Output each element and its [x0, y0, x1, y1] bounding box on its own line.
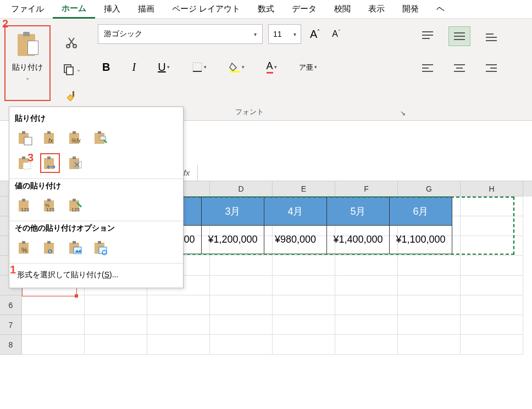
svg-text:123: 123	[71, 207, 80, 212]
font-name-select[interactable]: 游ゴシック ▾	[98, 24, 263, 44]
bold-button[interactable]: B	[98, 59, 114, 76]
paste-keep-source-fmt-option[interactable]	[91, 128, 110, 148]
tab-insert[interactable]: 挿入	[95, 1, 129, 18]
paste-formulas-option[interactable]: fx	[40, 128, 60, 148]
paste-formulas-numberfmt-option[interactable]: %fx	[65, 128, 85, 148]
borders-button[interactable]: ▾	[187, 59, 211, 75]
table-header-cell[interactable]: 6月	[390, 197, 452, 226]
svg-rect-44	[73, 156, 76, 159]
align-left-button[interactable]	[417, 58, 439, 78]
svg-rect-28	[24, 137, 32, 145]
increase-font-size-button[interactable]: A˄	[307, 28, 323, 41]
table-header-cell[interactable]: 3月	[202, 197, 264, 226]
svg-point-1	[73, 44, 76, 48]
font-color-button[interactable]: A ▾	[262, 58, 281, 76]
table-header-cell[interactable]: 5月	[327, 197, 390, 226]
table-cell[interactable]: ¥980,000	[264, 226, 327, 254]
svg-rect-36	[98, 131, 101, 134]
font-dialog-launcher[interactable]: ↘	[400, 109, 406, 117]
chevron-down-icon: ▾	[314, 64, 317, 70]
clipboard-paste-icon	[18, 32, 37, 56]
tab-developer[interactable]: 開発	[394, 1, 428, 18]
annotation-marker-3: 3	[27, 152, 34, 164]
font-size-select[interactable]: 11 ▾	[268, 24, 301, 44]
table-cell[interactable]: ¥1,100,000	[390, 226, 452, 254]
col-header[interactable]: F	[335, 181, 398, 197]
chevron-down-icon: ▾	[274, 64, 277, 70]
paste-link-option[interactable]	[40, 238, 60, 257]
paste-formatting-option[interactable]: %	[15, 238, 35, 257]
col-header[interactable]: E	[273, 181, 335, 197]
svg-text:123: 123	[21, 207, 29, 212]
paste-picture-option[interactable]	[65, 238, 85, 257]
col-header[interactable]: H	[461, 181, 523, 197]
align-top-button[interactable]	[417, 26, 439, 46]
svg-rect-47	[22, 199, 25, 201]
format-painter-button[interactable]	[62, 87, 81, 107]
svg-rect-33	[73, 131, 76, 134]
svg-rect-59	[44, 243, 54, 254]
annotation-marker-1: 1	[10, 264, 16, 276]
svg-rect-54	[73, 199, 76, 201]
svg-rect-30	[47, 131, 51, 134]
svg-rect-42	[47, 156, 51, 159]
italic-button[interactable]: I	[128, 59, 140, 76]
align-center-button[interactable]	[448, 58, 470, 78]
table-cell[interactable]: ¥1,200,000	[202, 226, 264, 254]
paste-keep-col-widths-option[interactable]	[40, 153, 60, 173]
col-header[interactable]: D	[210, 181, 273, 197]
svg-rect-57	[22, 241, 25, 244]
paste-label: 貼り付け	[12, 63, 43, 72]
ribbon-tabs: ファイル ホーム 挿入 描画 ページ レイアウト 数式 データ 校閲 表示 開発…	[0, 0, 532, 19]
svg-rect-39	[22, 156, 25, 159]
decrease-font-size-button[interactable]: A˅	[329, 29, 344, 39]
align-bottom-button[interactable]	[480, 26, 502, 46]
tab-draw[interactable]: 描画	[129, 1, 163, 18]
underline-button[interactable]: U▾	[153, 59, 174, 76]
chevron-down-icon: ▾	[204, 64, 207, 70]
alignment-group	[411, 19, 532, 120]
cut-button[interactable]	[62, 32, 81, 52]
svg-point-0	[66, 44, 70, 48]
row-header[interactable]: 7	[0, 315, 22, 335]
paste-values-sourcefmt-option[interactable]: 123	[65, 195, 85, 215]
paste-button[interactable]: 貼り付け ⌄	[4, 25, 51, 101]
paste-other-section-title: その他の貼り付けオプション	[15, 223, 178, 233]
svg-text:%fx: %fx	[71, 138, 81, 144]
paste-section-title: 貼り付け	[15, 114, 178, 124]
tab-home[interactable]: ホーム	[53, 0, 95, 19]
paste-values-numberfmt-option[interactable]: %123	[40, 195, 60, 215]
col-header[interactable]: G	[398, 181, 461, 197]
tab-view[interactable]: 表示	[359, 1, 394, 18]
tab-formulas[interactable]: 数式	[249, 1, 283, 18]
svg-rect-3	[66, 67, 73, 75]
paste-transpose-option[interactable]	[65, 153, 85, 173]
font-name-value: 游ゴシック	[104, 29, 142, 39]
svg-rect-4	[73, 91, 74, 97]
formula-input[interactable]	[198, 165, 532, 181]
tab-review[interactable]: 校閲	[325, 1, 359, 18]
chevron-down-icon: ▾	[293, 31, 296, 37]
paste-all-option[interactable]	[15, 128, 35, 148]
align-right-button[interactable]	[480, 58, 502, 78]
row-header[interactable]: 8	[0, 335, 22, 355]
svg-rect-62	[73, 241, 76, 244]
paste-linked-picture-option[interactable]	[91, 238, 110, 257]
row-header[interactable]: 6	[0, 295, 22, 315]
tab-data[interactable]: データ	[283, 1, 325, 18]
table-cell[interactable]: ¥1,400,000	[327, 226, 390, 254]
paste-special-menuitem[interactable]: 形式を選択して貼り付け(S)...	[15, 266, 178, 284]
phonetic-guide-button[interactable]: ア亜 ▾	[295, 61, 322, 73]
copy-button[interactable]: ⌄	[62, 59, 81, 79]
table-header-cell[interactable]: 4月	[264, 197, 327, 226]
ribbon-body: 貼り付け ⌄ ⌄ 游ゴシック ▾ 11 ▾ A˄ A˅	[0, 19, 532, 121]
tab-page-layout[interactable]: ページ レイアウト	[163, 1, 249, 18]
tab-help[interactable]: ヘ	[428, 1, 453, 18]
paste-values-option[interactable]: 123	[15, 195, 35, 215]
tab-file[interactable]: ファイル	[2, 1, 53, 18]
fill-color-button[interactable]: ▾	[224, 59, 249, 75]
align-middle-button[interactable]	[448, 26, 470, 46]
svg-text:123: 123	[46, 207, 54, 212]
paste-values-section-title: 値の貼り付け	[15, 181, 178, 191]
chevron-down-icon: ▾	[242, 64, 245, 70]
